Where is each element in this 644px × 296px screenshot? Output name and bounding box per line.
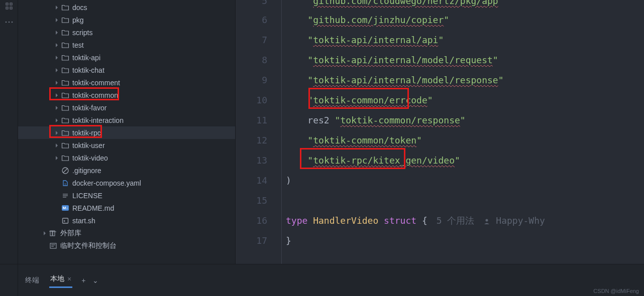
tree-item-label: toktik-favor xyxy=(72,104,106,112)
tree-item-临时文件和控制台[interactable]: 临时文件和控制台 xyxy=(18,239,235,252)
usage-hint[interactable]: 5 个用法 xyxy=(437,215,475,226)
code-line[interactable]: "toktik-api/internal/model/request" xyxy=(282,50,644,70)
tree-item-toktik-rpc[interactable]: toktik-rpc xyxy=(18,126,235,139)
tree-item-label: toktik-api xyxy=(72,54,100,62)
tree-item-toktik-api[interactable]: toktik-api xyxy=(18,51,235,64)
chevron-icon[interactable] xyxy=(53,155,60,162)
terminal-tab-本地[interactable]: 本地× xyxy=(49,272,72,288)
folder-icon xyxy=(61,16,69,24)
chevron-icon[interactable] xyxy=(53,79,60,86)
tree-item-toktik-favor[interactable]: toktik-favor xyxy=(18,101,235,114)
watermark: CSDN @idMiFeng xyxy=(593,288,639,294)
code-line[interactable]: "toktik-api/internal/model/response" xyxy=(282,70,644,90)
more-icon[interactable] xyxy=(4,17,14,27)
folder-icon xyxy=(61,116,69,124)
tree-item-pkg[interactable]: pkg xyxy=(18,14,235,26)
code-line[interactable]: "toktik-api/internal/api" xyxy=(282,30,644,50)
tree-item-toktik-chat[interactable]: toktik-chat xyxy=(18,64,235,76)
code-line[interactable]: ) xyxy=(282,171,644,191)
chevron-icon[interactable] xyxy=(53,54,60,61)
folder-icon xyxy=(61,29,69,37)
folder-icon xyxy=(61,154,69,162)
tree-item-test[interactable]: test xyxy=(18,39,235,51)
chevron-icon[interactable] xyxy=(53,67,60,74)
tree-item-docs[interactable]: docs xyxy=(18,1,235,14)
code-line[interactable]: "toktik-rpc/kitex_gen/video" xyxy=(282,151,644,171)
tree-item-toktik-interaction[interactable]: toktik-interaction xyxy=(18,114,235,126)
sh-icon xyxy=(61,217,69,224)
code-line[interactable]: "github.com/jinzhu/copier" xyxy=(282,10,644,30)
tree-item-外部库[interactable]: 外部库 xyxy=(18,227,235,239)
ext-lib-icon xyxy=(49,229,57,237)
code-line[interactable]: type HandlerVideo struct {5 个用法 Happy-Wh… xyxy=(282,211,644,231)
readme-icon: M↓ xyxy=(61,205,69,211)
chevron-icon[interactable] xyxy=(53,129,60,136)
folder-icon xyxy=(61,104,69,112)
tree-item-label: toktik-user xyxy=(72,141,105,150)
code-line[interactable]: res2 "toktik-common/response" xyxy=(282,110,644,130)
svg-line-8 xyxy=(63,169,67,173)
terminal-panel: 终端本地×+⌄CSDN @idMiFeng xyxy=(0,264,644,296)
license-icon xyxy=(61,192,69,199)
tree-item-toktik-user[interactable]: toktik-user xyxy=(18,139,235,152)
chevron-icon[interactable] xyxy=(41,230,48,237)
line-number: 17 xyxy=(236,231,281,251)
chevron-icon[interactable] xyxy=(53,17,60,24)
line-number: 14 xyxy=(236,171,281,191)
author-hint[interactable]: Happy-Why xyxy=(483,215,545,226)
code-line[interactable]: "toktik-common/token" xyxy=(282,130,644,151)
tree-item-docker-compose-yaml[interactable]: ≡docker-compose.yaml xyxy=(18,177,235,189)
terminal-tab-终端[interactable]: 终端 xyxy=(24,274,40,287)
tree-item-scripts[interactable]: scripts xyxy=(18,26,235,39)
tree-item-label: docker-compose.yaml xyxy=(72,179,141,187)
chevron-icon[interactable] xyxy=(53,117,60,124)
code-line[interactable]: "github.com/cloudwego/hertz/pkg/app" xyxy=(282,0,644,10)
scratch-icon xyxy=(49,242,57,250)
code-editor[interactable]: 567891011121314151617 "github.com/cloudw… xyxy=(236,0,644,264)
svg-point-5 xyxy=(8,22,10,23)
tree-item-toktik-common[interactable]: toktik-common xyxy=(18,89,235,101)
code-area[interactable]: "github.com/cloudwego/hertz/pkg/app" "gi… xyxy=(282,0,644,264)
tree-item-label: 外部库 xyxy=(60,229,81,238)
chevron-icon[interactable] xyxy=(53,92,60,99)
apps-icon[interactable] xyxy=(4,1,14,11)
tree-item-toktik-comment[interactable]: toktik-comment xyxy=(18,76,235,89)
folder-icon xyxy=(61,91,69,99)
folder-icon xyxy=(61,4,69,12)
tree-item-label: docs xyxy=(72,4,87,12)
line-number: 11 xyxy=(236,110,281,130)
chevron-icon[interactable] xyxy=(53,104,60,111)
folder-icon xyxy=(61,66,69,74)
tree-item-label: toktik-common xyxy=(72,91,118,99)
tree-item-README-md[interactable]: M↓README.md xyxy=(18,202,235,214)
new-terminal-button[interactable]: + xyxy=(81,276,85,284)
line-number: 8 xyxy=(236,50,281,70)
code-line[interactable]: } xyxy=(282,231,644,251)
close-icon[interactable]: × xyxy=(67,275,71,283)
svg-rect-13 xyxy=(63,218,68,223)
chevron-icon[interactable] xyxy=(53,4,60,11)
yaml-icon: ≡ xyxy=(61,180,69,187)
folder-icon xyxy=(61,54,69,62)
chevron-icon[interactable] xyxy=(53,42,60,49)
folder-icon xyxy=(61,41,69,49)
tree-item-start-sh[interactable]: start.sh xyxy=(18,214,235,227)
chevron-icon[interactable] xyxy=(53,142,60,149)
tree-item-label: toktik-interaction xyxy=(72,116,124,124)
line-number: 12 xyxy=(236,130,281,151)
svg-point-20 xyxy=(486,219,488,222)
line-number: 15 xyxy=(236,191,281,211)
tree-item-LICENSE[interactable]: LICENSE xyxy=(18,189,235,202)
chevron-icon[interactable] xyxy=(53,29,60,36)
line-number: 9 xyxy=(236,70,281,90)
line-gutter: 567891011121314151617 xyxy=(236,0,282,264)
project-tree[interactable]: docspkgscriptstesttoktik-apitoktik-chatt… xyxy=(18,0,236,264)
tree-item-toktik-video[interactable]: toktik-video xyxy=(18,152,235,164)
folder-icon xyxy=(61,129,69,137)
terminal-dropdown-button[interactable]: ⌄ xyxy=(92,276,98,284)
code-line[interactable]: "toktik-common/errcode" xyxy=(282,90,644,110)
tree-item-label: pkg xyxy=(72,16,84,24)
code-line[interactable] xyxy=(282,191,644,211)
tree-item--gitignore[interactable]: .gitignore xyxy=(18,164,235,177)
line-number: 6 xyxy=(236,10,281,30)
